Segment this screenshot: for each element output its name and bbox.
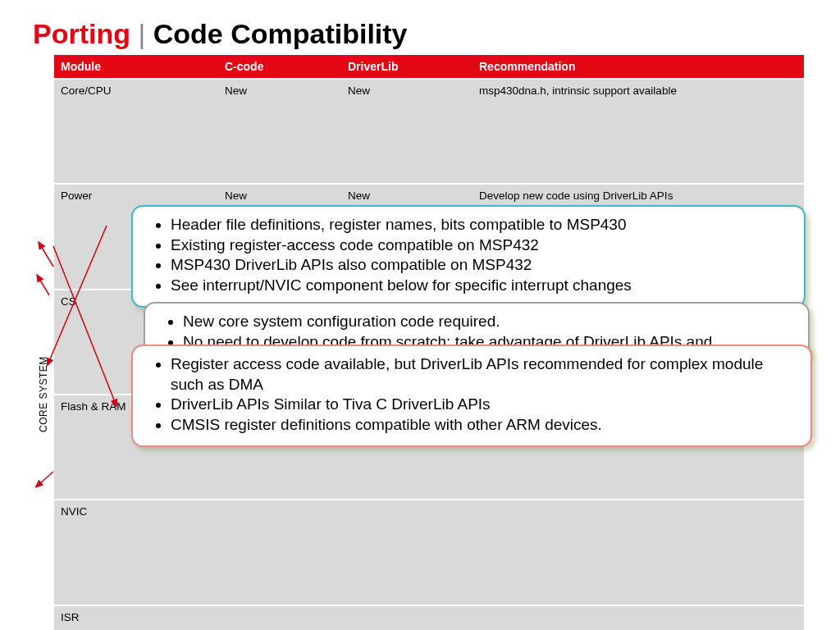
title-black: Code Compatibility: [153, 18, 408, 49]
list-item: Header file definitions, register names,…: [171, 215, 789, 235]
cell-module: Core/CPU: [54, 79, 218, 184]
header-driverlib: DriverLib: [341, 55, 472, 79]
cell-ccode: New: [218, 79, 341, 184]
slide: Porting | Code Compatibility Module C-co…: [0, 0, 840, 630]
cell-dlib: [341, 605, 472, 630]
title-red: Porting: [33, 18, 130, 49]
list-item: Register access code available, but Driv…: [171, 354, 796, 395]
cell-module: NVIC: [54, 500, 218, 605]
list-item: DriverLib APIs Similar to Tiva C DriverL…: [171, 395, 796, 415]
callout-list: Header file definitions, register names,…: [148, 215, 789, 296]
header-corner: [33, 55, 54, 79]
table-row: NVIC: [33, 500, 804, 605]
list-item: See interrupt/NVIC component below for s…: [171, 276, 789, 296]
list-item: CMSIS register definitions compatible wi…: [171, 415, 796, 436]
callout-pink: Register access code available, but Driv…: [131, 345, 812, 447]
cell-rec: [472, 605, 804, 630]
cell-rec: msp430dna.h, intrinsic support available: [472, 79, 804, 184]
cell-module: ISR: [54, 605, 218, 630]
cell-ccode: [218, 500, 341, 605]
slide-title: Porting | Code Compatibility: [33, 18, 807, 50]
list-item: MSP430 DriverLib APIs also compatible on…: [171, 255, 789, 276]
cell-dlib: [341, 500, 472, 605]
header-module: Module: [54, 55, 218, 79]
title-separator: |: [130, 18, 153, 49]
cell-rec: [472, 500, 804, 605]
section-core-system: CORE SYSTEM: [33, 79, 54, 630]
cell-ccode: [218, 605, 341, 630]
section-label: CORE SYSTEM: [33, 80, 54, 630]
table-row: CORE SYSTEM Core/CPU New New msp430dna.h…: [33, 79, 804, 184]
callout-teal: Header file definitions, register names,…: [131, 205, 806, 308]
cell-dlib: New: [341, 79, 472, 184]
header-row: Module C-code DriverLib Recommendation: [33, 55, 804, 79]
header-recommendation: Recommendation: [472, 55, 804, 79]
list-item: New core system configuration code requi…: [183, 312, 793, 332]
header-ccode: C-code: [218, 55, 341, 79]
table-row: ISR: [33, 605, 804, 630]
callout-list: Register access code available, but Driv…: [148, 354, 796, 436]
list-item: Existing register-access code compatible…: [171, 235, 789, 256]
